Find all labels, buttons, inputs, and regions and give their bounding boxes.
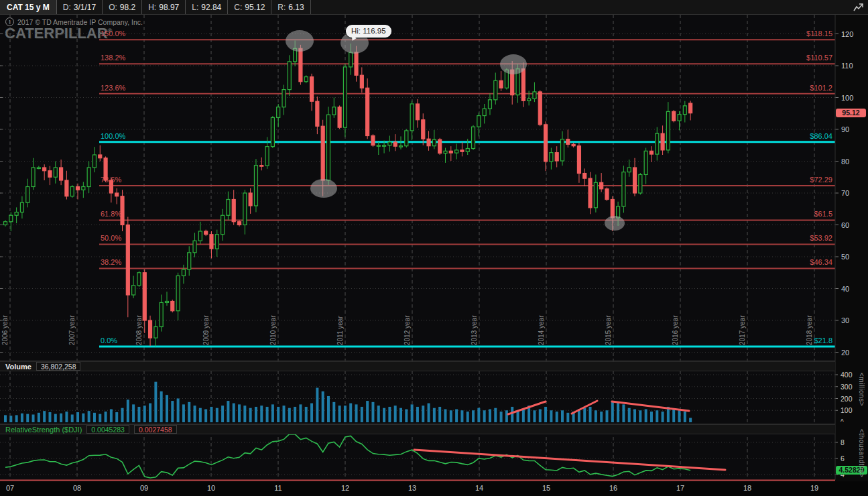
svg-text:20: 20 [841, 349, 849, 357]
svg-text:60: 60 [841, 221, 849, 229]
rs-panel-title[interactable]: RelativeStrength ($DJI) [5, 426, 82, 434]
svg-text:2016 year: 2016 year [672, 315, 679, 345]
ohlc-topbar: CAT 15 y M D:3/1/17 O:98.2 H:98.97 L:92.… [0, 0, 868, 15]
svg-text:123.6%: 123.6% [101, 84, 126, 92]
svg-text:15: 15 [542, 484, 550, 492]
svg-text:2018 year: 2018 year [806, 315, 813, 345]
volume-bars [4, 382, 692, 422]
svg-text:$46.34: $46.34 [810, 258, 832, 266]
svg-text:2011 year: 2011 year [336, 316, 344, 345]
svg-text:08: 08 [73, 484, 81, 492]
svg-text:19: 19 [810, 484, 818, 492]
svg-text:2017 year: 2017 year [739, 315, 746, 345]
svg-text:2008 year: 2008 year [135, 315, 143, 345]
low-field: L:92.84 [186, 0, 228, 14]
svg-text:2013 year: 2013 year [471, 315, 478, 345]
svg-text:61.8%: 61.8% [101, 210, 121, 218]
svg-text:$118.15: $118.15 [806, 29, 832, 38]
svg-text:11: 11 [274, 484, 282, 492]
rs-value-red: 0.0027458 [134, 425, 177, 434]
svg-text:138.2%: 138.2% [101, 54, 126, 62]
svg-text:90: 90 [841, 125, 849, 133]
svg-text:14: 14 [475, 484, 483, 492]
svg-text:10: 10 [207, 484, 215, 492]
rs-panel-header: RelativeStrength ($DJI) 0.0045283 0.0027… [0, 424, 835, 434]
svg-text:400: 400 [841, 371, 853, 379]
rs-value-green: 0.0045283 [86, 425, 129, 434]
svg-text:120: 120 [841, 30, 853, 38]
svg-text:2012 year: 2012 year [404, 315, 411, 345]
svg-text:2010 year: 2010 year [269, 315, 277, 345]
svg-text:50.0%: 50.0% [101, 234, 121, 242]
svg-text:$110.57: $110.57 [806, 54, 832, 62]
high-field: H:98.97 [142, 0, 186, 14]
svg-text:2007 year: 2007 year [68, 315, 76, 345]
volume-panel-title[interactable]: Volume [5, 363, 32, 371]
svg-text:150.0%: 150.0% [101, 29, 126, 38]
svg-text:70: 70 [841, 189, 849, 197]
high-price-tooltip: Hi: 116.95 [346, 25, 391, 38]
range-field: R:6.13 [271, 0, 310, 14]
svg-text:13: 13 [408, 484, 416, 492]
close-field: C:95.12 [228, 0, 271, 14]
svg-text:$101.2: $101.2 [810, 84, 832, 92]
rs-line [5, 434, 690, 478]
rs-unit-label: <thousandths> [858, 429, 865, 478]
svg-text:17: 17 [676, 484, 684, 492]
svg-text:2014 year: 2014 year [538, 315, 545, 345]
svg-text:300: 300 [841, 383, 853, 391]
volume-panel-header: Volume 36,802,258 [0, 361, 835, 371]
svg-text:12: 12 [341, 484, 349, 492]
svg-text:07: 07 [6, 484, 14, 492]
svg-text:50: 50 [841, 253, 849, 261]
svg-text:6: 6 [841, 454, 845, 462]
svg-text:2009 year: 2009 year [202, 315, 210, 345]
svg-text:110: 110 [841, 62, 853, 70]
svg-text:2015 year: 2015 year [605, 315, 612, 345]
svg-text:$61.5: $61.5 [814, 210, 832, 218]
svg-text:8: 8 [841, 438, 845, 446]
svg-text:100.0%: 100.0% [101, 132, 126, 140]
svg-text:100: 100 [841, 406, 853, 414]
svg-text:30: 30 [841, 316, 849, 324]
volume-value: 36,802,258 [36, 362, 81, 371]
svg-text:^: ^ [841, 418, 844, 426]
svg-text:18: 18 [743, 484, 751, 492]
chart-style-icon[interactable] [853, 2, 865, 13]
svg-text:09: 09 [140, 484, 148, 492]
svg-text:$21.8: $21.8 [814, 336, 832, 345]
fib-levels: 150.0%$118.15138.2%$110.57123.6%$101.210… [99, 29, 835, 347]
symbol-selector[interactable]: CAT 15 y M [0, 0, 57, 14]
svg-text:16: 16 [609, 484, 617, 492]
svg-text:200: 200 [841, 395, 853, 403]
open-field: O:98.2 [103, 0, 142, 14]
svg-text:$72.29: $72.29 [810, 176, 832, 184]
svg-text:$53.92: $53.92 [810, 234, 832, 242]
price-gridlines [0, 34, 835, 353]
svg-text:2006 year: 2006 year [1, 315, 9, 345]
svg-text:40: 40 [841, 285, 849, 293]
date-field: D:3/1/17 [57, 0, 103, 14]
highlight-circles [286, 30, 625, 231]
last-price-badge: 95.12 [836, 109, 866, 117]
chart-window: { "topbar": { "symbol": "CAT 15 y M", "f… [0, 0, 868, 496]
svg-text:100: 100 [841, 94, 853, 102]
volume-unit-label: <millions> [858, 373, 865, 406]
svg-text:38.2%: 38.2% [101, 258, 121, 266]
svg-text:$86.04: $86.04 [810, 132, 832, 140]
svg-text:0.0%: 0.0% [101, 336, 117, 345]
svg-text:80: 80 [841, 158, 849, 166]
